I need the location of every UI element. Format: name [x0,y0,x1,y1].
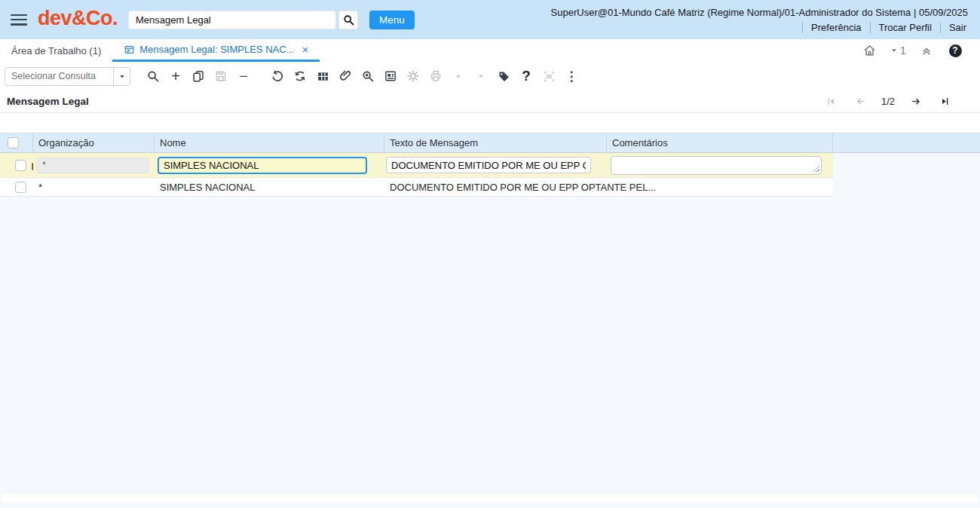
cell-texto: DOCUMENTO EMITIDO POR ME OU EPP OPTANTE … [384,178,833,196]
query-combobox-caret-button[interactable] [113,68,130,85]
gear-icon [406,69,420,83]
organizacao-field[interactable] [36,158,149,173]
comentarios-field[interactable] [611,156,822,175]
parent-record-button[interactable] [447,65,470,87]
caret-down-icon [476,72,486,81]
attachment-button[interactable] [334,65,357,87]
texto-mensagem-field[interactable] [386,157,591,173]
grid-header-row: Organização Nome Texto de Mensagem Comen… [0,133,980,153]
previous-page-button[interactable] [846,96,875,107]
top-bar: dev&Co. Menu SuperUser@01-Mundo Café Mat… [0,0,980,39]
page-title: Mensagem Legal [7,96,89,107]
user-info: SuperUser@01-Mundo Café Matriz (Regime N… [551,7,968,18]
column-header-comentarios[interactable]: Comentários [607,133,833,152]
next-page-button[interactable] [901,96,930,107]
app-logo: dev&Co. [38,7,118,30]
footer-panel [2,494,978,502]
refresh-button[interactable] [289,65,311,87]
select-all-checkbox[interactable] [8,137,19,148]
column-header-nome[interactable]: Nome [155,133,384,152]
detail-record-button[interactable] [470,65,492,87]
record-paging: 1/2 [816,96,973,107]
arrow-right-icon [910,96,922,107]
help-button[interactable]: ? [941,44,969,57]
barcode-icon [542,70,556,83]
table-row-editing[interactable] [0,153,833,177]
caret-up-icon [453,72,464,81]
delete-record-button[interactable]: − [232,65,255,87]
zoom-plus-icon [361,69,375,83]
caret-down-icon [118,73,126,80]
preference-link[interactable]: Preferência [802,22,869,33]
window-help-button[interactable]: ? [515,65,537,87]
tab-close-icon[interactable]: × [302,43,308,56]
cell-nome: SIMPLES NACIONAL [155,178,384,196]
global-search-input[interactable] [128,11,336,29]
search-icon [146,69,160,83]
more-actions-button[interactable]: ⋮ [560,65,583,87]
printer-icon [429,69,443,83]
tab-workspace[interactable]: Área de Trabalho (1) [0,39,112,62]
grid-toggle-button[interactable] [311,65,334,87]
hamburger-menu-icon[interactable] [11,14,27,26]
global-search [128,11,358,29]
column-header-organizacao[interactable]: Organização [33,133,155,152]
help-icon: ? [949,44,962,57]
topbar-user-area: SuperUser@01-Mundo Café Matriz (Regime N… [551,7,972,33]
page-indicator: 1/2 [875,96,901,107]
collapse-header-button[interactable] [912,44,941,57]
double-chevron-up-icon [920,44,933,57]
open-windows-dropdown[interactable]: 1 [884,44,912,57]
nome-field[interactable] [158,157,367,174]
tab-bar: Área de Trabalho (1) Mensagem Legal: SIM… [0,39,980,62]
process-button[interactable] [402,65,424,87]
arrow-left-icon [855,96,867,107]
content-spacer [0,113,980,133]
grid-right-background [833,154,980,197]
grid-icon [316,70,330,83]
table-row[interactable]: * SIMPLES NACIONAL DOCUMENTO EMITIDO POR… [0,177,833,197]
refresh-icon [293,69,307,83]
tab-workspace-label: Área de Trabalho (1) [11,45,101,57]
chevron-down-icon [890,46,899,55]
copy-icon [191,69,205,83]
search-button[interactable] [338,11,358,29]
save-icon [214,69,228,83]
window-title-bar: Mensagem Legal 1/2 [0,90,980,113]
home-icon [862,44,877,57]
report-icon [384,69,397,83]
copy-record-button[interactable] [187,65,210,87]
column-header-texto[interactable]: Texto de Mensagem [384,133,607,152]
open-windows-count: 1 [900,44,906,57]
switch-role-link[interactable]: Trocar Perfil [870,22,940,33]
first-page-icon [825,96,837,107]
row-checkbox[interactable] [15,160,26,171]
zoom-across-button[interactable] [357,65,379,87]
first-page-button[interactable] [816,96,846,107]
tag-icon [498,70,510,83]
label-button[interactable] [492,65,515,87]
home-button[interactable] [855,44,884,57]
tab-mensagem-legal[interactable]: Mensagem Legal: SIMPLES NAC... × [112,39,320,62]
last-page-button[interactable] [930,96,960,107]
search-icon [342,14,355,26]
query-combobox [5,67,130,86]
barcode-scan-button[interactable] [537,65,560,87]
column-header-filler [833,133,980,152]
new-record-button[interactable]: + [164,65,187,87]
row-checkbox[interactable] [15,182,26,193]
find-record-button[interactable] [142,65,164,87]
undo-icon [271,69,284,83]
window-toolbar: + − ? ⋮ [0,62,980,90]
window-icon [124,44,135,55]
print-button[interactable] [424,65,447,87]
last-page-icon [939,96,951,107]
save-button[interactable] [210,65,232,87]
report-button[interactable] [379,65,402,87]
query-combobox-input[interactable] [5,71,113,81]
undo-button[interactable] [266,65,289,87]
logout-link[interactable]: Sair [940,22,968,33]
cell-organizacao: * [33,178,155,196]
tab-label: Mensagem Legal: SIMPLES NAC... [139,44,294,55]
menu-button[interactable]: Menu [369,11,415,29]
